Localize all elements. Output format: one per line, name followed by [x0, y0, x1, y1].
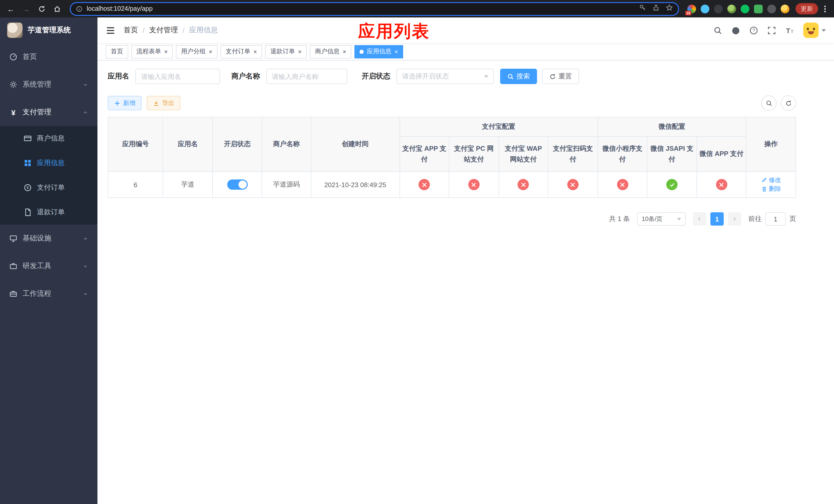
refresh-table-button[interactable]: [781, 95, 796, 111]
page-size-select[interactable]: 10条/页: [637, 212, 686, 226]
extension-icon[interactable]: 10: [687, 4, 696, 13]
browser-back-button[interactable]: ←: [4, 2, 18, 15]
fullscreen-icon[interactable]: [767, 26, 776, 35]
search-form: 应用名 商户名称 开启状态 请选择开启状态 搜索: [108, 69, 796, 84]
group-header-wechat: 微信配置: [597, 117, 746, 137]
page-number-button[interactable]: 1: [710, 212, 724, 226]
sidebar-item-pay-order[interactable]: ¥ 支付订单: [0, 175, 97, 200]
site-info-icon[interactable]: [76, 5, 83, 12]
chevron-down-icon: [83, 235, 88, 241]
svg-text:T: T: [786, 27, 790, 34]
share-icon[interactable]: [653, 4, 660, 13]
tab-pay-order[interactable]: 支付订单 ×: [221, 45, 262, 58]
goto-label: 前往: [748, 214, 762, 224]
add-button[interactable]: 新增: [108, 96, 141, 110]
goto-page-input[interactable]: [765, 212, 786, 226]
sidebar-item-dev-tools[interactable]: 研发工具: [0, 252, 97, 280]
merchant-name-input[interactable]: [266, 69, 347, 84]
tab-process-form[interactable]: 流程表单 ×: [131, 45, 173, 58]
browser-home-button[interactable]: [50, 2, 64, 15]
next-page-button[interactable]: [728, 212, 741, 226]
sidebar-item-workflow[interactable]: 工作流程: [0, 280, 97, 307]
pagination: 共 1 条 10条/页 1 前往: [108, 212, 796, 226]
cell-app-name: 芋道: [163, 171, 213, 198]
extension-icon[interactable]: [741, 4, 749, 13]
tab-close-icon[interactable]: ×: [394, 48, 398, 54]
browser-menu-icon[interactable]: [820, 5, 830, 12]
prev-page-button[interactable]: [693, 212, 706, 226]
tab-refund-order[interactable]: 退款订单 ×: [265, 45, 307, 58]
extension-icon[interactable]: [701, 4, 709, 13]
user-avatar-menu[interactable]: [803, 23, 826, 38]
sidebar-item-refund-order[interactable]: 退款订单: [0, 200, 97, 225]
tab-close-icon[interactable]: ×: [164, 48, 168, 54]
tab-close-icon[interactable]: ×: [343, 48, 346, 54]
breadcrumb-payment[interactable]: 支付管理: [149, 26, 178, 35]
extension-puzzle-icon[interactable]: [767, 4, 776, 13]
merchant-name-label: 商户名称: [231, 72, 260, 81]
browser-update-button[interactable]: 更新: [795, 3, 818, 14]
chevron-down-icon: [83, 291, 88, 297]
sidebar-item-system[interactable]: 系统管理: [0, 71, 97, 98]
tab-close-icon[interactable]: ×: [298, 48, 302, 54]
url-text[interactable]: localhost:1024/pay/app: [87, 5, 635, 12]
profile-avatar-icon[interactable]: [781, 4, 789, 13]
grid-icon: [24, 159, 32, 167]
status-select[interactable]: 请选择开启状态: [396, 69, 494, 84]
table-row: 6 芋道 芋道源码 2021-10-23 08:49:25: [108, 171, 796, 198]
app-name-input[interactable]: [135, 69, 220, 84]
sidebar-item-merchant-info[interactable]: 商户信息: [0, 126, 97, 151]
delete-button[interactable]: 删除: [761, 185, 781, 193]
sidebar-collapse-icon[interactable]: [106, 25, 115, 35]
password-key-icon[interactable]: [639, 4, 646, 13]
sidebar-item-infra[interactable]: 基础设施: [0, 225, 97, 252]
col-header-alipay-app: 支付宝 APP 支付: [399, 137, 449, 171]
address-bar[interactable]: localhost:1024/pay/app: [70, 2, 679, 16]
sidebar: 芋道管理系统 首页 系统管理: [0, 18, 97, 504]
sidebar-item-app-info[interactable]: 应用信息: [0, 151, 97, 175]
bookmark-star-icon[interactable]: [666, 4, 673, 13]
col-header-wechat-mini: 微信小程序支付: [597, 137, 647, 171]
browser-reload-button[interactable]: [35, 2, 48, 15]
refund-doc-icon: [24, 208, 32, 216]
sidebar-item-payment[interactable]: ¥ 支付管理: [0, 98, 97, 126]
wechat-app-status-icon: [716, 179, 727, 190]
tab-merchant-info[interactable]: 商户信息 ×: [310, 45, 351, 58]
chevron-up-icon: [83, 110, 88, 115]
active-dot: [359, 49, 364, 53]
sidebar-item-home[interactable]: 首页: [0, 43, 97, 71]
help-icon[interactable]: ?: [749, 26, 758, 35]
export-button[interactable]: 导出: [147, 96, 180, 110]
col-header-alipay-wap: 支付宝 WAP 网站支付: [499, 137, 548, 171]
edit-button[interactable]: 修改: [761, 176, 781, 184]
search-button[interactable]: 搜索: [500, 69, 537, 84]
extension-icon[interactable]: [714, 4, 723, 13]
tab-user-group[interactable]: 用户分组 ×: [176, 45, 218, 58]
browser-forward-button[interactable]: →: [20, 2, 33, 15]
tab-close-icon[interactable]: ×: [209, 48, 212, 54]
extension-badge: 10: [685, 10, 692, 15]
extension-icon[interactable]: [727, 4, 736, 13]
status-label: 开启状态: [361, 72, 390, 81]
yen-icon: ¥: [9, 108, 18, 116]
font-size-icon[interactable]: T T: [785, 26, 794, 35]
extensions-strip: 10: [685, 4, 791, 13]
status-toggle[interactable]: [227, 180, 247, 190]
chevron-down-icon: [83, 263, 88, 269]
reset-button[interactable]: 重置: [542, 69, 579, 84]
alipay-wap-status-icon: [518, 179, 529, 190]
svg-text:T: T: [791, 29, 793, 34]
app-logo[interactable]: 芋道管理系统: [0, 18, 97, 43]
tab-close-icon[interactable]: ×: [254, 48, 257, 54]
workflow-icon: [9, 290, 18, 298]
github-icon[interactable]: [731, 26, 740, 35]
breadcrumb-home[interactable]: 首页: [124, 26, 138, 35]
tab-app-info[interactable]: 应用信息 ×: [354, 45, 403, 58]
extension-icon[interactable]: [754, 4, 763, 13]
chevron-down-icon: [677, 217, 681, 220]
sidebar-menu: 首页 系统管理 ¥ 支付管理: [0, 43, 97, 307]
tab-home[interactable]: 首页: [106, 45, 128, 58]
search-icon[interactable]: [714, 26, 722, 35]
show-search-toggle-button[interactable]: [761, 95, 776, 111]
svg-text:?: ?: [752, 28, 755, 33]
